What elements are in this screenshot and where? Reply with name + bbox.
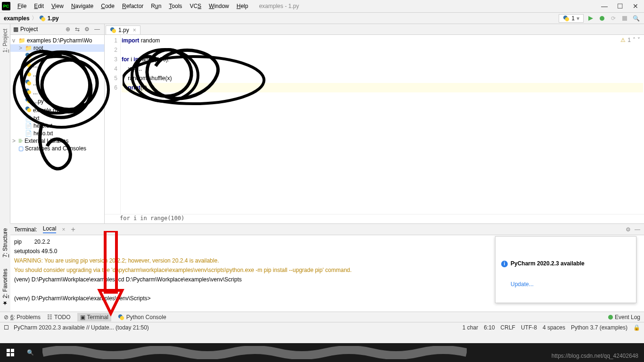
menu-help[interactable]: Help [233, 2, 252, 10]
event-log-tool[interactable]: Event Log [608, 314, 640, 321]
tree-node[interactable]: ... [10, 79, 104, 88]
breadcrumb[interactable]: examples 〉 1.py [4, 14, 59, 22]
tree-node[interactable]: ... [10, 88, 104, 97]
terminal-tool[interactable]: ▣Terminal [77, 313, 111, 321]
add-terminal-icon[interactable]: + [71, 225, 75, 234]
tree-node[interactable]: >📁root [10, 44, 104, 52]
status-position[interactable]: 6:10 [484, 324, 495, 331]
python-icon [25, 97, 32, 105]
menu-code[interactable]: Code [98, 2, 118, 10]
todo-tool[interactable]: ☷TODO [47, 314, 70, 321]
tree-node[interactable]: ... [10, 61, 104, 70]
terminal-output: pip 20.2.2 setuptools 49.5.0 [14, 239, 57, 255]
status-line-ending[interactable]: CRLF [501, 324, 515, 331]
status-interpreter[interactable]: Python 3.7 (examples) [571, 324, 627, 331]
menu-navigate[interactable]: Navigate [68, 2, 97, 10]
svg-rect-6 [622, 16, 627, 21]
status-encoding[interactable]: UTF-8 [521, 324, 537, 331]
python-icon [25, 79, 32, 87]
tool-favorites-tab[interactable]: ★ 2: Favorites [2, 267, 8, 308]
gear-icon[interactable]: ⚙ [626, 226, 631, 233]
status-indent[interactable]: 4 spaces [543, 324, 565, 331]
menu-run[interactable]: Run [148, 2, 165, 10]
taskbar-apps[interactable] [42, 346, 467, 359]
project-tree[interactable]: v📁examples D:\Pycharm\Wo>📁root..........… [10, 35, 104, 154]
svg-point-14 [27, 81, 31, 85]
tree-node[interactable]: v📁examples D:\Pycharm\Wo [10, 37, 104, 44]
tree-node[interactable]: exmple.py [10, 106, 104, 115]
locate-icon[interactable]: ⊕ [64, 26, 72, 33]
breadcrumb-file[interactable]: 1.py [48, 15, 59, 22]
expand-icon[interactable]: ⇆ [74, 26, 81, 33]
run-button[interactable] [586, 14, 595, 23]
python-console-tool[interactable]: Python Console [118, 314, 166, 321]
svg-point-5 [600, 16, 604, 21]
terminal-warning: WARNING: You are using pip version 20.2.… [14, 257, 352, 273]
tree-node[interactable]: ... [10, 52, 104, 61]
python-icon [25, 52, 32, 60]
python-icon [39, 15, 46, 22]
menu-tools[interactable]: Tools [165, 2, 185, 10]
terminal-tab-local[interactable]: Local [43, 225, 57, 233]
terminal-body[interactable]: pip 20.2.2 setuptools 49.5.0 WARNING: Yo… [10, 235, 644, 312]
code-editor[interactable]: import random for i in range(100): x = .… [121, 35, 644, 214]
status-lock-icon[interactable]: ☐ [4, 324, 9, 331]
tool-structure-tab[interactable]: 7: Structure [2, 226, 8, 259]
hide-panel-icon[interactable]: — [93, 26, 101, 33]
update-link[interactable]: Update... [511, 281, 534, 288]
svg-point-10 [27, 63, 31, 67]
menu-edit[interactable]: Edit [31, 2, 47, 10]
tree-node[interactable]: ▢Scratches and Consoles [10, 145, 104, 152]
search-icon[interactable]: 🔍 [632, 14, 640, 23]
project-panel-icon: ▦ [13, 26, 18, 33]
tree-node[interactable]: ... [10, 70, 104, 79]
close-tab-icon[interactable]: × [133, 27, 136, 33]
debug-button[interactable] [598, 14, 606, 23]
file-icon: 📄 [25, 130, 32, 137]
tree-label: ... [33, 80, 38, 87]
chevron-up-icon[interactable]: ˄ [633, 37, 636, 43]
window-title: examples - 1.py [259, 3, 299, 9]
gear-icon[interactable]: ⚙ [83, 26, 91, 33]
close-icon[interactable]: ✕ [633, 2, 638, 10]
menu-vcs[interactable]: VCS [186, 2, 205, 10]
run-with-coverage-button[interactable]: ⟳ [609, 14, 618, 23]
editor-tab[interactable]: 1.py × [106, 25, 140, 34]
tree-node[interactable]: 📄hello.txt [10, 130, 104, 137]
menu-refactor[interactable]: Refactor [119, 2, 147, 10]
search-icon[interactable]: 🔍 [23, 345, 38, 360]
tool-project-tab[interactable]: 1: Project [2, 27, 8, 55]
menu-view[interactable]: View [48, 2, 67, 10]
svg-point-8 [27, 54, 31, 58]
tree-label: root [33, 45, 43, 51]
status-message[interactable]: PyCharm 2020.2.3 available // Update... … [14, 324, 149, 331]
code-breadcrumb[interactable]: for i in range(100) [105, 214, 644, 223]
status-lock-icon[interactable]: 🔒 [633, 324, 640, 331]
windows-taskbar[interactable]: 🔍 https://blog.csdn.net/qq_42402648 [0, 343, 644, 362]
start-button[interactable] [3, 345, 18, 360]
inspection-status[interactable]: ⚠ 1 ˄ ˅ [620, 37, 640, 43]
svg-rect-25 [7, 349, 10, 352]
problems-tool[interactable]: ⊘6: Problems [4, 314, 41, 321]
maximize-icon[interactable]: ☐ [617, 2, 623, 10]
tree-label: ... [33, 71, 38, 78]
chevron-down-icon[interactable]: ˅ [637, 37, 640, 43]
run-config-selector[interactable]: 1 ▾ [559, 14, 584, 23]
hide-terminal-icon[interactable]: — [635, 226, 640, 233]
close-terminal-tab-icon[interactable]: × [62, 226, 65, 233]
tree-label: External Libraries [25, 138, 68, 144]
tree-node[interactable]: ...py [10, 97, 104, 106]
tree-node[interactable]: >⊪External Libraries [10, 137, 104, 145]
breadcrumb-sep: 〉 [32, 14, 37, 22]
library-icon: ⊪ [18, 138, 23, 144]
tree-label: hello.txt [33, 130, 53, 137]
tree-node[interactable]: 📄txt [10, 115, 104, 122]
tree-node[interactable]: 📄hero.txt [10, 122, 104, 130]
svg-point-22 [112, 29, 116, 33]
svg-marker-4 [588, 16, 593, 21]
breadcrumb-root[interactable]: examples [4, 15, 30, 22]
stop-button[interactable] [620, 14, 629, 23]
minimize-icon[interactable]: — [601, 2, 608, 10]
menu-window[interactable]: Window [206, 2, 232, 10]
menu-file[interactable]: File [14, 2, 30, 10]
